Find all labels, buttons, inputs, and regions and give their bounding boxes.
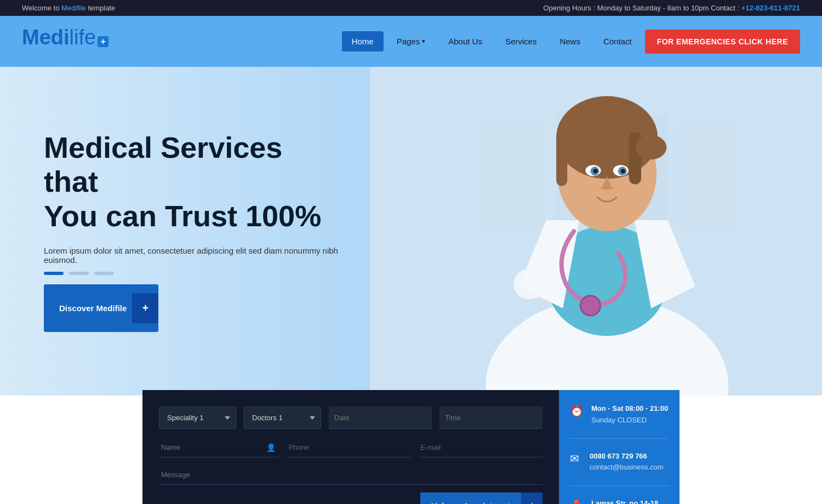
svg-point-23 [580,296,600,316]
slider-dot-3[interactable] [94,272,114,275]
nav-contact[interactable]: Contact [593,31,642,51]
message-input[interactable] [159,465,543,485]
hero-title: Medical Services that You can Trust 100% [44,130,340,232]
contact-info-panel: ✉ 0080 673 729 766 contact@business.com [570,451,669,474]
logo-life: life [70,26,96,49]
top-bar: Welcome to Medifile template Opening Hou… [0,0,822,16]
submit-label: Make an Appointment [420,494,522,505]
appointment-container: Speciality 1Speciality 2Speciality 3 Doc… [142,390,680,504]
doctors-select[interactable]: Doctors 1Doctors 2Doctors 3 [244,406,321,429]
emergency-button[interactable]: FOR EMERGENCIES CLICK HERE [645,30,800,54]
appointment-form: Speciality 1Speciality 2Speciality 3 Doc… [142,390,559,504]
submit-button[interactable]: Make an Appointment + [420,492,543,504]
email-input[interactable] [418,438,543,457]
header: Medilife+ Home Pages ▾ About Us Services… [0,16,822,67]
form-row-4: Make an Appointment + [159,492,543,504]
clock-icon: ⏰ [570,404,584,417]
time-input[interactable] [439,406,543,429]
form-row-3 [159,465,543,485]
contact-info: Opening Hours : Monday to Saturday - 8am… [543,4,800,12]
speciality-select[interactable]: Speciality 1Speciality 2Speciality 3 [159,406,236,429]
svg-point-24 [636,135,666,159]
date-input[interactable] [329,406,432,429]
doctor-illustration [370,67,822,396]
nav-home[interactable]: Home [342,31,384,51]
svg-rect-15 [556,136,567,186]
discover-label: Discover Medifile [59,303,127,313]
info-divider-1 [570,438,669,439]
nav-about[interactable]: About Us [438,31,492,51]
welcome-message: Welcome to Medifile template [22,4,115,12]
phone-input[interactable] [287,438,411,457]
info-phone: 0080 673 729 766 [590,451,664,462]
logo-medi: Medi [22,26,70,49]
nav-news[interactable]: News [550,31,590,51]
nav-pages[interactable]: Pages ▾ [387,31,436,51]
info-email: contact@business.com [590,462,664,473]
submit-plus-icon: + [521,492,543,504]
email-icon: ✉ [570,452,582,465]
slider-dot-2[interactable] [69,272,89,275]
svg-point-22 [621,169,625,173]
location-info: 📍 Lamas Str, no 14-18 41770 Miami [570,498,669,504]
chevron-down-icon: ▾ [422,38,425,45]
cta-plus-icon: + [132,293,158,323]
hours-info: ⏰ Mon - Sat 08:00 - 21:00 Sunday CLOSED [570,403,669,426]
name-field-wrap: 👤 [159,438,279,457]
hero-content: Medical Services that You can Trust 100%… [0,98,384,364]
hours-line1: Mon - Sat 08:00 - 21:00 [591,403,668,415]
hero-subtitle: Lorem ipsum dolor sit amet, consectetuer… [44,246,340,265]
hero-image [370,67,822,396]
address-line1: Lamas Str, no 14-18 [591,498,658,504]
slider-dots [44,272,114,275]
info-panel: ⏰ Mon - Sat 08:00 - 21:00 Sunday CLOSED … [559,390,680,504]
logo: Medilife+ [22,26,109,57]
form-row-2: 👤 [159,438,543,457]
logo-plus-icon: + [98,36,109,47]
info-divider-2 [570,485,669,486]
location-icon: 📍 [570,499,584,504]
svg-point-21 [593,169,597,173]
hours-line2: Sunday CLOSED [591,415,668,426]
discover-button[interactable]: Discover Medifile + [44,284,158,332]
form-row-1: Speciality 1Speciality 2Speciality 3 Doc… [159,406,543,429]
slider-dot-1[interactable] [44,272,64,275]
phone-number: +12-823-611-8721 [741,4,800,12]
main-nav: Home Pages ▾ About Us Services News Cont… [342,30,800,54]
name-input[interactable] [159,438,279,457]
hero-section: Medical Services that You can Trust 100%… [0,67,822,396]
nav-services[interactable]: Services [495,31,547,51]
appointment-section: Speciality 1Speciality 2Speciality 3 Doc… [0,390,822,504]
brand-link[interactable]: Medifile [61,4,86,12]
person-icon: 👤 [266,443,276,452]
